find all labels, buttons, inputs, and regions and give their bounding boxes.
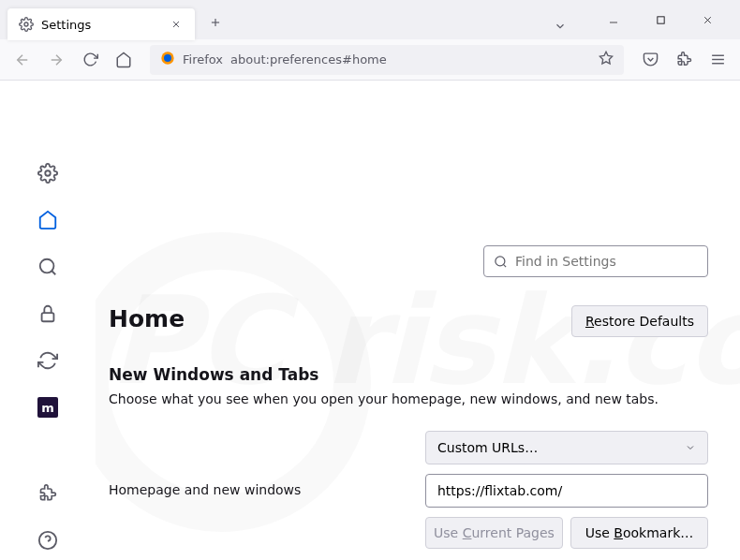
gear-icon [19,17,34,32]
restore-defaults-button[interactable]: Restore Defaults [571,305,708,337]
reload-button[interactable] [75,45,105,75]
sidebar-item-sync[interactable] [28,341,67,380]
find-in-settings[interactable] [483,245,708,277]
home-nav-button[interactable] [109,45,139,75]
settings-sidebar: m [0,81,96,560]
sidebar-item-support[interactable] [28,521,67,560]
forward-button[interactable] [41,45,71,75]
firefox-logo-icon [160,51,175,69]
svg-point-18 [40,259,54,273]
browser-tab-settings[interactable]: Settings [7,8,195,40]
app-menu-icon[interactable] [703,45,733,75]
sidebar-item-extensions[interactable] [28,474,67,513]
tab-title: Settings [41,18,91,32]
svg-point-0 [24,22,28,26]
homepage-label: Homepage and new windows [109,482,414,497]
tab-bar: Settings [0,0,740,39]
sidebar-item-home[interactable] [28,200,67,240]
sidebar-item-search[interactable] [28,247,67,287]
homepage-mode-select[interactable]: Custom URLs… [425,431,708,464]
close-tab-icon[interactable] [169,17,184,32]
use-current-pages-button[interactable]: Use Current Pages [425,517,563,549]
sidebar-item-general[interactable] [28,154,67,193]
svg-rect-6 [657,16,663,22]
mozilla-icon: m [37,397,58,418]
nav-bar: Firefox about:preferences#home [0,39,740,81]
back-button[interactable] [7,45,37,75]
svg-point-23 [496,256,505,265]
sidebar-item-privacy[interactable] [28,294,67,333]
search-icon [494,255,508,269]
url-bar[interactable]: Firefox about:preferences#home [150,45,624,75]
homepage-url-input[interactable] [425,474,708,508]
url-path: about:preferences#home [230,52,387,66]
use-bookmark-button[interactable]: Use Bookmark… [570,517,708,549]
pocket-icon[interactable] [635,45,665,75]
section-new-windows-title: New Windows and Tabs [109,365,708,384]
bookmark-star-icon[interactable] [599,51,614,69]
svg-line-19 [52,271,55,274]
window-controls [592,6,729,34]
svg-point-12 [164,54,171,62]
settings-main: PC risk.com Home Restore Defaults New Wi… [96,81,740,560]
window-close-button[interactable] [686,6,729,34]
window-maximize-button[interactable] [639,6,682,34]
window-minimize-button[interactable] [592,6,635,34]
url-brand: Firefox [183,52,223,66]
section-new-windows-desc: Choose what you see when you open your h… [109,391,708,406]
svg-marker-13 [599,52,612,64]
svg-rect-20 [42,313,54,321]
extensions-icon[interactable] [669,45,699,75]
page-title: Home [109,305,185,332]
homepage-mode-value: Custom URLs… [437,440,538,455]
sidebar-item-more-mozilla[interactable]: m [28,388,67,427]
svg-line-24 [503,264,506,267]
svg-point-17 [45,170,51,176]
new-tab-button[interactable] [202,9,229,36]
find-in-settings-input[interactable] [515,254,698,269]
tabs-dropdown-icon[interactable] [547,13,573,39]
chevron-down-icon [685,442,696,453]
